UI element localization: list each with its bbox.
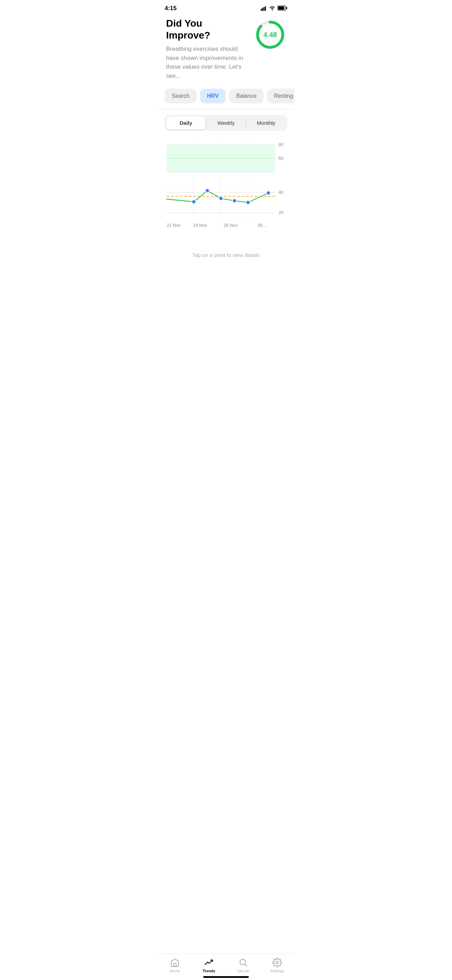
header-description: Breathing exercises should have shown im… [166, 45, 249, 80]
page-title: Did You Improve? [166, 18, 249, 41]
score-circle: 4.48 [255, 19, 286, 51]
period-selector: Daily Weekly Monthly [165, 115, 287, 131]
data-point-5[interactable] [246, 200, 250, 205]
status-bar: 4:15 [158, 0, 294, 14]
svg-text:40: 40 [279, 190, 283, 195]
main-content: Did You Improve? Breathing exercises sho… [158, 14, 294, 300]
svg-rect-2 [264, 7, 264, 11]
status-icons [261, 6, 287, 11]
svg-rect-7 [278, 6, 285, 10]
chart-container: 80 60 40 20 22 Nov 24 Nov 26 Nov 28... [163, 136, 289, 243]
svg-text:26 Nov: 26 Nov [224, 223, 238, 228]
data-point-2[interactable] [205, 189, 210, 193]
svg-text:80: 80 [279, 142, 283, 147]
filter-tab-balance[interactable]: Balance [229, 89, 264, 103]
period-monthly[interactable]: Monthly [246, 116, 286, 129]
wifi-icon [269, 6, 275, 11]
tap-hint: Tap on a point to view details [158, 248, 294, 265]
data-point-1[interactable] [192, 200, 196, 204]
svg-rect-3 [265, 6, 266, 11]
svg-text:28...: 28... [258, 223, 266, 228]
header-text: Did You Improve? Breathing exercises sho… [166, 18, 255, 80]
svg-text:20: 20 [279, 210, 283, 215]
period-daily[interactable]: Daily [166, 116, 206, 129]
svg-rect-6 [286, 7, 287, 9]
svg-rect-0 [261, 9, 262, 11]
score-value: 4.48 [264, 31, 277, 39]
svg-text:22 Nov: 22 Nov [167, 223, 181, 228]
filter-tab-hrv[interactable]: HRV [200, 89, 226, 103]
svg-text:24 Nov: 24 Nov [193, 223, 207, 228]
filter-tab-resting[interactable]: Resting [267, 89, 294, 103]
svg-text:60: 60 [279, 156, 283, 161]
filter-tab-search[interactable]: Search [165, 89, 197, 103]
data-point-3[interactable] [219, 196, 223, 200]
filter-tabs: Search HRV Balance Resting [158, 86, 294, 106]
header-section: Did You Improve? Breathing exercises sho… [158, 14, 294, 86]
status-time: 4:15 [165, 5, 177, 12]
hrv-chart: 80 60 40 20 22 Nov 24 Nov 26 Nov 28... [163, 136, 289, 242]
battery-icon [277, 6, 287, 11]
svg-rect-1 [262, 8, 263, 11]
signal-icon [261, 6, 267, 11]
data-point-6[interactable] [266, 191, 271, 195]
period-weekly[interactable]: Weekly [206, 116, 246, 129]
data-point-4[interactable] [232, 199, 237, 203]
svg-point-4 [272, 10, 273, 11]
